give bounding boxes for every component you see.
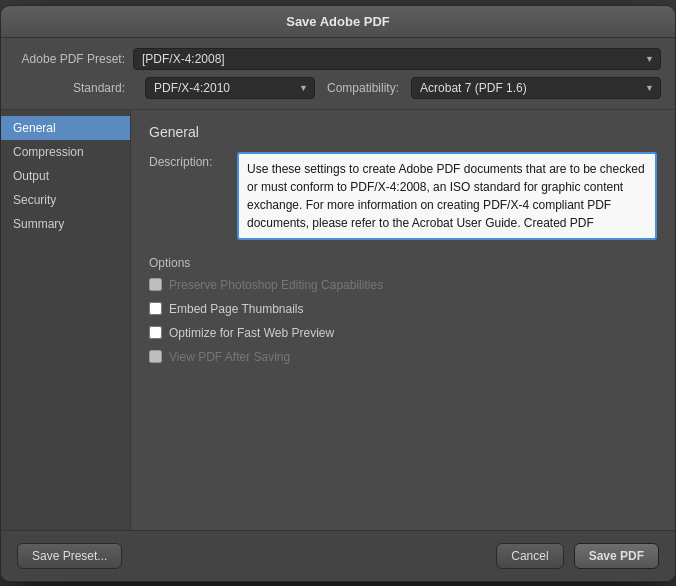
- embed-thumbnails-label: Embed Page Thumbnails: [169, 302, 304, 316]
- sidebar-item-general[interactable]: General: [1, 116, 130, 140]
- view-after-saving-checkbox[interactable]: [149, 350, 162, 363]
- view-after-saving-label: View PDF After Saving: [169, 350, 290, 364]
- compatibility-label: Compatibility:: [327, 81, 399, 95]
- compatibility-select[interactable]: Acrobat 7 (PDF 1.6) Acrobat 5 (PDF 1.4) …: [411, 77, 661, 99]
- right-buttons: Cancel Save PDF: [496, 543, 659, 569]
- sidebar-item-summary[interactable]: Summary: [1, 212, 130, 236]
- content-area: General Description: Use these settings …: [131, 110, 675, 530]
- cancel-button[interactable]: Cancel: [496, 543, 563, 569]
- sidebar-item-compression[interactable]: Compression: [1, 140, 130, 164]
- sidebar-item-output[interactable]: Output: [1, 164, 130, 188]
- sidebar: General Compression Output Security Summ…: [1, 110, 131, 530]
- preset-label: Adobe PDF Preset:: [15, 52, 125, 66]
- standard-select[interactable]: PDF/X-4:2010 PDF/X-1a:2001 PDF/X-3:2002 …: [145, 77, 315, 99]
- main-area: General Compression Output Security Summ…: [1, 110, 675, 530]
- top-controls: Adobe PDF Preset: [PDF/X-4:2008] [PDF/X-…: [1, 38, 675, 110]
- preset-select[interactable]: [PDF/X-4:2008] [PDF/X-1a:2001] [Press Qu…: [133, 48, 661, 70]
- sidebar-item-security[interactable]: Security: [1, 188, 130, 212]
- standard-label: Standard:: [15, 81, 125, 95]
- preset-select-wrapper: [PDF/X-4:2008] [PDF/X-1a:2001] [Press Qu…: [133, 48, 661, 70]
- save-pdf-button[interactable]: Save PDF: [574, 543, 659, 569]
- options-section: Options Preserve Photoshop Editing Capab…: [149, 256, 657, 364]
- save-pdf-dialog: Save Adobe PDF Adobe PDF Preset: [PDF/X-…: [0, 5, 676, 582]
- dialog-title: Save Adobe PDF: [286, 14, 390, 29]
- description-text[interactable]: Use these settings to create Adobe PDF d…: [237, 152, 657, 240]
- save-preset-button[interactable]: Save Preset...: [17, 543, 122, 569]
- preserve-label: Preserve Photoshop Editing Capabilities: [169, 278, 383, 292]
- checkbox-row-preserve: Preserve Photoshop Editing Capabilities: [149, 278, 657, 292]
- compatibility-select-wrapper: Acrobat 7 (PDF 1.6) Acrobat 5 (PDF 1.4) …: [411, 77, 661, 99]
- optimize-web-label: Optimize for Fast Web Preview: [169, 326, 334, 340]
- preset-row: Adobe PDF Preset: [PDF/X-4:2008] [PDF/X-…: [15, 48, 661, 70]
- section-title: General: [149, 124, 657, 140]
- embed-thumbnails-checkbox[interactable]: [149, 302, 162, 315]
- bottom-bar: Save Preset... Cancel Save PDF: [1, 530, 675, 581]
- checkbox-row-optimize: Optimize for Fast Web Preview: [149, 326, 657, 340]
- options-title: Options: [149, 256, 657, 270]
- description-label: Description:: [149, 152, 229, 169]
- standard-group: PDF/X-4:2010 PDF/X-1a:2001 PDF/X-3:2002 …: [145, 77, 315, 99]
- checkbox-row-embed: Embed Page Thumbnails: [149, 302, 657, 316]
- checkbox-row-view: View PDF After Saving: [149, 350, 657, 364]
- optimize-web-checkbox[interactable]: [149, 326, 162, 339]
- description-row: Description: Use these settings to creat…: [149, 152, 657, 240]
- standard-row: Standard: PDF/X-4:2010 PDF/X-1a:2001 PDF…: [15, 77, 661, 99]
- standard-select-wrapper: PDF/X-4:2010 PDF/X-1a:2001 PDF/X-3:2002 …: [145, 77, 315, 99]
- preserve-checkbox[interactable]: [149, 278, 162, 291]
- title-bar: Save Adobe PDF: [1, 6, 675, 38]
